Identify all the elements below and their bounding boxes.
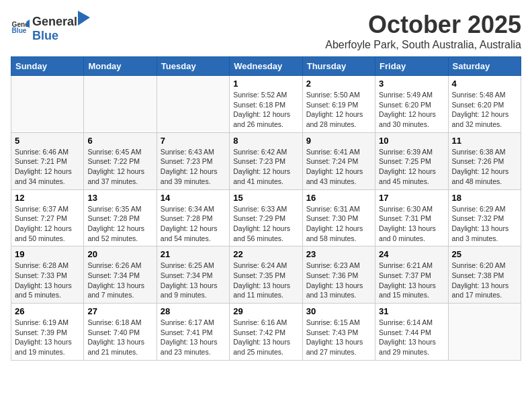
day-info: Sunrise: 6:42 AM Sunset: 7:23 PM Dayligh…	[233, 147, 298, 187]
svg-marker-3	[78, 11, 90, 26]
location-subtitle: Aberfoyle Park, South Australia, Austral…	[325, 39, 521, 51]
day-number: 16	[306, 193, 371, 203]
logo-text-blue: Blue	[32, 29, 58, 42]
day-number: 12	[15, 193, 80, 203]
day-number: 13	[87, 193, 152, 203]
day-number: 8	[233, 136, 298, 146]
calendar-cell: 1Sunrise: 5:52 AM Sunset: 6:18 PM Daylig…	[230, 76, 302, 133]
day-number: 6	[87, 136, 152, 146]
column-header-sunday: Sunday	[11, 57, 84, 76]
day-number: 3	[379, 79, 444, 89]
calendar-cell	[84, 76, 157, 133]
column-header-wednesday: Wednesday	[230, 57, 302, 76]
day-info: Sunrise: 6:25 AM Sunset: 7:34 PM Dayligh…	[161, 261, 226, 300]
day-number: 29	[233, 306, 298, 316]
calendar-cell: 25Sunrise: 6:20 AM Sunset: 7:38 PM Dayli…	[448, 246, 521, 304]
calendar-cell: 23Sunrise: 6:23 AM Sunset: 7:36 PM Dayli…	[302, 246, 375, 304]
day-number: 15	[233, 193, 298, 203]
day-info: Sunrise: 6:28 AM Sunset: 7:33 PM Dayligh…	[15, 261, 80, 300]
day-number: 30	[306, 306, 371, 316]
calendar-cell: 18Sunrise: 6:29 AM Sunset: 7:32 PM Dayli…	[448, 189, 521, 246]
calendar-week-row: 26Sunrise: 6:19 AM Sunset: 7:39 PM Dayli…	[11, 304, 521, 361]
calendar-cell: 13Sunrise: 6:35 AM Sunset: 7:28 PM Dayli…	[84, 189, 157, 246]
day-info: Sunrise: 6:39 AM Sunset: 7:25 PM Dayligh…	[379, 147, 444, 187]
day-info: Sunrise: 5:52 AM Sunset: 6:18 PM Dayligh…	[233, 90, 298, 130]
day-number: 4	[452, 79, 517, 89]
day-info: Sunrise: 6:43 AM Sunset: 7:23 PM Dayligh…	[161, 147, 226, 187]
day-info: Sunrise: 6:31 AM Sunset: 7:30 PM Dayligh…	[306, 204, 371, 244]
calendar-cell: 6Sunrise: 6:45 AM Sunset: 7:22 PM Daylig…	[84, 132, 157, 189]
day-info: Sunrise: 6:38 AM Sunset: 7:26 PM Dayligh…	[452, 147, 517, 187]
logo-text-general: General	[32, 15, 77, 29]
calendar-cell: 3Sunrise: 5:49 AM Sunset: 6:20 PM Daylig…	[375, 76, 448, 133]
calendar-cell: 17Sunrise: 6:30 AM Sunset: 7:31 PM Dayli…	[375, 189, 448, 246]
day-info: Sunrise: 6:24 AM Sunset: 7:35 PM Dayligh…	[233, 261, 298, 300]
day-info: Sunrise: 6:33 AM Sunset: 7:29 PM Dayligh…	[233, 204, 298, 244]
day-number: 25	[452, 249, 517, 259]
day-info: Sunrise: 6:18 AM Sunset: 7:40 PM Dayligh…	[87, 318, 152, 357]
calendar-table: SundayMondayTuesdayWednesdayThursdayFrid…	[11, 56, 521, 361]
day-number: 31	[379, 306, 444, 316]
logo-icon: General Blue	[11, 17, 30, 36]
column-header-saturday: Saturday	[448, 57, 521, 76]
day-number: 22	[233, 249, 298, 259]
day-number: 21	[161, 249, 226, 259]
calendar-cell: 29Sunrise: 6:16 AM Sunset: 7:42 PM Dayli…	[230, 304, 302, 361]
calendar-cell: 28Sunrise: 6:17 AM Sunset: 7:41 PM Dayli…	[157, 304, 229, 361]
logo: General Blue General Blue	[11, 11, 90, 43]
column-header-monday: Monday	[84, 57, 157, 76]
calendar-week-row: 12Sunrise: 6:37 AM Sunset: 7:27 PM Dayli…	[11, 189, 521, 246]
title-block: October 2025 Aberfoyle Park, South Austr…	[325, 11, 521, 51]
calendar-cell: 4Sunrise: 5:48 AM Sunset: 6:20 PM Daylig…	[448, 76, 521, 133]
calendar-week-row: 19Sunrise: 6:28 AM Sunset: 7:33 PM Dayli…	[11, 246, 521, 304]
day-number: 14	[161, 193, 226, 203]
calendar-week-row: 1Sunrise: 5:52 AM Sunset: 6:18 PM Daylig…	[11, 76, 521, 133]
calendar-cell: 7Sunrise: 6:43 AM Sunset: 7:23 PM Daylig…	[157, 132, 229, 189]
calendar-cell: 31Sunrise: 6:14 AM Sunset: 7:44 PM Dayli…	[375, 304, 448, 361]
day-number: 10	[379, 136, 444, 146]
day-info: Sunrise: 6:37 AM Sunset: 7:27 PM Dayligh…	[15, 204, 80, 244]
calendar-cell: 19Sunrise: 6:28 AM Sunset: 7:33 PM Dayli…	[11, 246, 84, 304]
calendar-cell: 9Sunrise: 6:41 AM Sunset: 7:24 PM Daylig…	[302, 132, 375, 189]
calendar-cell: 30Sunrise: 6:15 AM Sunset: 7:43 PM Dayli…	[302, 304, 375, 361]
calendar-cell: 11Sunrise: 6:38 AM Sunset: 7:26 PM Dayli…	[448, 132, 521, 189]
day-number: 28	[161, 306, 226, 316]
day-info: Sunrise: 6:17 AM Sunset: 7:41 PM Dayligh…	[161, 318, 226, 357]
day-number: 5	[15, 136, 80, 146]
logo-triangle-icon	[78, 11, 90, 26]
calendar-cell	[157, 76, 229, 133]
day-info: Sunrise: 6:16 AM Sunset: 7:42 PM Dayligh…	[233, 318, 298, 357]
calendar-cell: 22Sunrise: 6:24 AM Sunset: 7:35 PM Dayli…	[230, 246, 302, 304]
day-info: Sunrise: 6:20 AM Sunset: 7:38 PM Dayligh…	[452, 261, 517, 300]
calendar-cell: 14Sunrise: 6:34 AM Sunset: 7:28 PM Dayli…	[157, 189, 229, 246]
day-info: Sunrise: 6:35 AM Sunset: 7:28 PM Dayligh…	[87, 204, 152, 244]
day-number: 24	[379, 249, 444, 259]
day-number: 2	[306, 79, 371, 89]
day-info: Sunrise: 5:48 AM Sunset: 6:20 PM Dayligh…	[452, 90, 517, 130]
calendar-cell: 20Sunrise: 6:26 AM Sunset: 7:34 PM Dayli…	[84, 246, 157, 304]
day-number: 26	[15, 306, 80, 316]
calendar-cell: 5Sunrise: 6:46 AM Sunset: 7:21 PM Daylig…	[11, 132, 84, 189]
calendar-cell: 15Sunrise: 6:33 AM Sunset: 7:29 PM Dayli…	[230, 189, 302, 246]
month-title: October 2025	[325, 11, 521, 39]
calendar-cell: 21Sunrise: 6:25 AM Sunset: 7:34 PM Dayli…	[157, 246, 229, 304]
day-number: 20	[87, 249, 152, 259]
calendar-cell: 24Sunrise: 6:21 AM Sunset: 7:37 PM Dayli…	[375, 246, 448, 304]
day-number: 19	[15, 249, 80, 259]
calendar-cell	[11, 76, 84, 133]
day-info: Sunrise: 6:19 AM Sunset: 7:39 PM Dayligh…	[15, 318, 80, 357]
calendar-cell: 27Sunrise: 6:18 AM Sunset: 7:40 PM Dayli…	[84, 304, 157, 361]
day-number: 11	[452, 136, 517, 146]
day-info: Sunrise: 6:15 AM Sunset: 7:43 PM Dayligh…	[306, 318, 371, 357]
day-info: Sunrise: 6:23 AM Sunset: 7:36 PM Dayligh…	[306, 261, 371, 300]
svg-text:Blue: Blue	[12, 27, 27, 34]
day-info: Sunrise: 6:14 AM Sunset: 7:44 PM Dayligh…	[379, 318, 444, 357]
day-number: 1	[233, 79, 298, 89]
day-number: 23	[306, 249, 371, 259]
day-info: Sunrise: 5:49 AM Sunset: 6:20 PM Dayligh…	[379, 90, 444, 130]
page-header: General Blue General Blue October 2025 A…	[11, 11, 521, 51]
day-info: Sunrise: 6:29 AM Sunset: 7:32 PM Dayligh…	[452, 204, 517, 244]
day-number: 17	[379, 193, 444, 203]
calendar-cell: 10Sunrise: 6:39 AM Sunset: 7:25 PM Dayli…	[375, 132, 448, 189]
column-header-thursday: Thursday	[302, 57, 375, 76]
